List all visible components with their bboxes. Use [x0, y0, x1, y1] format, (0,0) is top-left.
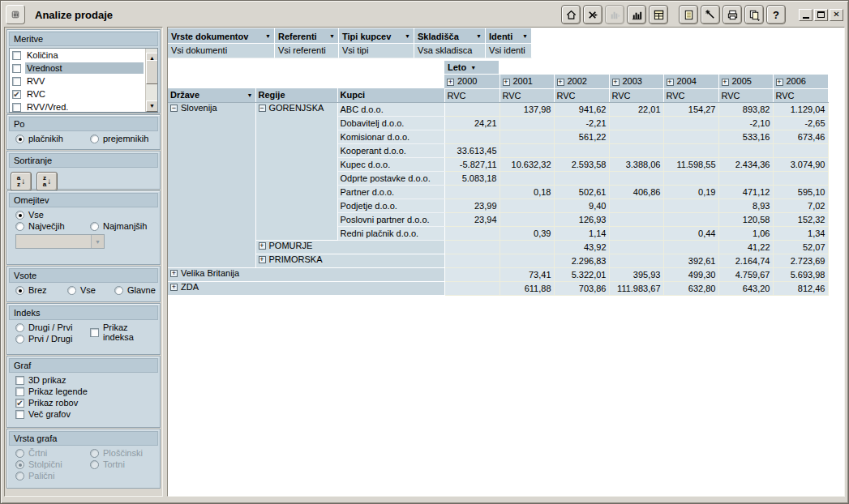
close-button[interactable]: ✕: [830, 9, 843, 21]
country-cell[interactable]: −Slovenija: [168, 102, 255, 267]
radio-unselected-icon[interactable]: [15, 323, 24, 332]
row-dimension-header-regije[interactable]: Regije: [255, 88, 337, 102]
expand-plus-icon[interactable]: +: [557, 79, 564, 86]
filter-header-skladišča[interactable]: Skladišča▼: [414, 28, 486, 44]
country-cell[interactable]: +ZDA: [168, 281, 444, 295]
measure-item[interactable]: RVV/Vred.: [10, 100, 157, 113]
radio-unselected-icon[interactable]: [114, 286, 123, 295]
po-option[interactable]: prejemnikih: [84, 133, 158, 144]
year-column-header[interactable]: +2002: [554, 75, 609, 88]
sort-descending-button[interactable]: za↓: [36, 172, 58, 191]
region-cell[interactable]: +POMURJE: [255, 240, 444, 254]
checkbox-unchecked-icon[interactable]: [12, 64, 21, 73]
index-option[interactable]: Drugi / Prvi: [9, 322, 84, 333]
year-column-header[interactable]: +2000: [444, 75, 500, 88]
scrollbar-thumb[interactable]: [146, 60, 158, 84]
printer-icon: [727, 9, 739, 21]
filter-header-identi[interactable]: Identi▼: [486, 28, 532, 44]
index-option[interactable]: Prvi / Drugi: [9, 333, 84, 344]
row-dimension-header-kupci[interactable]: Kupci: [337, 88, 444, 102]
radio-unselected-icon[interactable]: [90, 222, 99, 231]
filter-header-referenti[interactable]: Referenti▼: [275, 28, 339, 44]
measure-item[interactable]: RVV: [10, 75, 157, 88]
show-index-checkbox[interactable]: Prikaz indeksa: [84, 322, 158, 343]
radio-selected-icon[interactable]: [15, 135, 24, 143]
expand-plus-icon[interactable]: +: [170, 270, 178, 277]
radio-unselected-icon[interactable]: [15, 222, 24, 231]
radio-selected-icon[interactable]: [15, 286, 24, 295]
radio-unselected-icon[interactable]: [90, 135, 99, 143]
region-cell[interactable]: +PRIMORSKA: [255, 254, 444, 267]
expand-plus-icon[interactable]: +: [612, 79, 620, 86]
po-option[interactable]: plačnikih: [9, 133, 84, 144]
panel-meritve-title: Meritve: [9, 32, 158, 46]
row-dimension-header-države[interactable]: Države▼: [168, 88, 255, 102]
checkbox-unchecked-icon[interactable]: [15, 410, 24, 419]
year-column-header[interactable]: +2003: [609, 75, 663, 88]
magic-wand-button[interactable]: [701, 5, 720, 24]
year-column-header[interactable]: +2006: [773, 75, 828, 88]
totals-option[interactable]: Glavne: [108, 284, 158, 296]
expand-plus-icon[interactable]: +: [259, 242, 266, 250]
spreadsheet-button[interactable]: [649, 5, 668, 24]
chart-option-checkbox[interactable]: 3D prikaz: [9, 374, 158, 386]
restore-button[interactable]: [814, 9, 828, 21]
listbox-scrollbar[interactable]: ▲▼: [145, 49, 157, 112]
minimize-button[interactable]: [799, 9, 813, 21]
year-column-header[interactable]: +2005: [718, 75, 773, 88]
swap-axes-button[interactable]: [583, 5, 602, 24]
limit-option[interactable]: Vse: [9, 209, 158, 220]
checkbox-checked-icon[interactable]: ✔: [15, 399, 24, 408]
checkbox-unchecked-icon[interactable]: [12, 51, 21, 60]
column-dimension-header[interactable]: Leto ▼: [444, 61, 500, 75]
app-menu-icon[interactable]: [6, 5, 25, 24]
checkbox-checked-icon[interactable]: ✔: [12, 90, 21, 99]
chart-option-checkbox[interactable]: Prikaz legende: [9, 386, 158, 397]
expand-plus-icon[interactable]: +: [259, 256, 266, 263]
limit-option[interactable]: Najmanjših: [84, 220, 158, 232]
expand-plus-icon[interactable]: +: [503, 79, 510, 86]
expand-plus-icon[interactable]: +: [776, 79, 783, 86]
country-cell[interactable]: +Velika Britanija: [168, 267, 444, 281]
measure-item[interactable]: Količina: [10, 49, 157, 62]
totals-option[interactable]: Brez: [9, 284, 61, 296]
radio-selected-icon[interactable]: [15, 211, 24, 220]
radio-unselected-icon: [90, 449, 99, 458]
row-label: Redni plačnik d.o.o.: [341, 229, 419, 238]
printer-button[interactable]: [723, 5, 742, 24]
measure-item[interactable]: Vrednost: [10, 62, 157, 75]
checkbox-unchecked-icon[interactable]: [90, 328, 99, 337]
chart-option-checkbox[interactable]: ✔Prikaz robov: [9, 397, 158, 408]
filter-header-tipi-kupcev[interactable]: Tipi kupcev▼: [339, 28, 414, 44]
year-column-header[interactable]: +2001: [500, 75, 554, 88]
dropdown-arrow-icon: ▼: [522, 33, 528, 39]
expand-minus-icon[interactable]: −: [259, 105, 266, 112]
help-button[interactable]: ?: [766, 5, 786, 24]
expand-plus-icon[interactable]: +: [667, 79, 674, 86]
chart-option-checkbox[interactable]: Več grafov: [9, 408, 158, 420]
radio-unselected-icon[interactable]: [67, 286, 76, 295]
sort-ascending-button[interactable]: az↓: [11, 172, 32, 191]
value-cell: 4.759,67: [718, 267, 773, 281]
expand-plus-icon[interactable]: +: [170, 284, 178, 291]
totals-option[interactable]: Vse: [61, 284, 108, 296]
expand-minus-icon[interactable]: −: [170, 105, 178, 112]
expand-plus-icon[interactable]: +: [722, 79, 729, 86]
checkbox-unchecked-icon[interactable]: [12, 103, 21, 112]
expand-plus-icon[interactable]: +: [447, 79, 454, 86]
region-cell[interactable]: −GORENJSKA: [255, 102, 337, 240]
home-button[interactable]: [561, 5, 581, 24]
radio-unselected-icon[interactable]: [15, 335, 24, 344]
filter-header-vrste-dokumentov[interactable]: Vrste dokumentov▼: [168, 28, 275, 44]
scroll-down-icon[interactable]: ▼: [146, 100, 158, 112]
bar-chart-button[interactable]: [627, 5, 646, 24]
document-button[interactable]: [679, 5, 698, 24]
checkbox-unchecked-icon[interactable]: [12, 77, 21, 86]
checkbox-unchecked-icon[interactable]: [15, 387, 24, 396]
checkbox-unchecked-icon[interactable]: [15, 376, 24, 385]
limit-option[interactable]: Največjih: [9, 220, 84, 232]
measure-item[interactable]: ✔RVC: [10, 88, 157, 100]
year-column-header[interactable]: +2004: [663, 75, 718, 88]
row-label: Kooperant d.o.o.: [341, 146, 406, 156]
copy-pages-button[interactable]: [744, 5, 764, 24]
